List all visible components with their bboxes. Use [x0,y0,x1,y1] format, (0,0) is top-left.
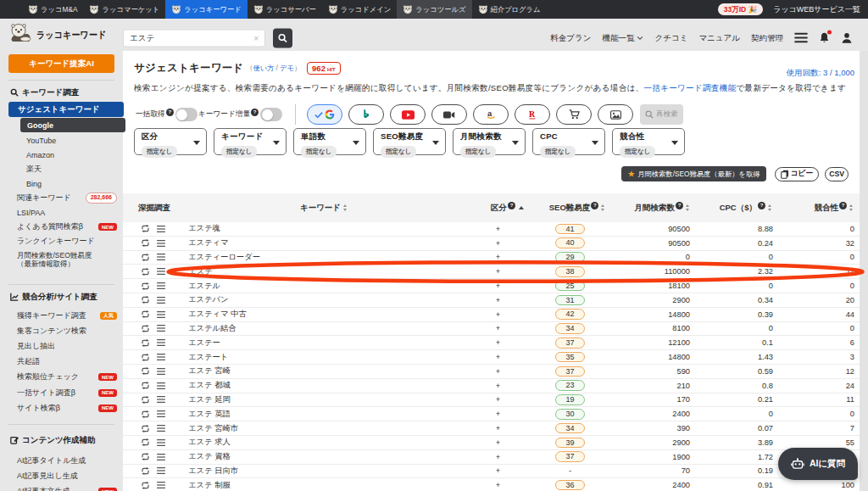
row-kubun[interactable]: + [462,296,534,304]
row-kubun[interactable]: + [462,382,534,390]
sidebar-item-関連キーワード[interactable]: 関連キーワード 282,666 [0,191,123,205]
row-kubun[interactable]: + [462,395,534,404]
list-menu-icon[interactable] [157,240,165,247]
list-menu-icon[interactable] [157,454,165,460]
row-kubun[interactable]: + [462,410,534,418]
engine-video-button[interactable] [431,104,467,125]
service-tab-ラッコキーワード[interactable]: ラッコキーワード [165,0,248,19]
list-menu-icon[interactable] [157,396,165,403]
filter-区分[interactable]: 区分指定なし [134,128,207,155]
row-keyword[interactable]: エステ 延岡 [185,394,462,405]
dig-deeper-icon[interactable] [141,268,150,276]
search-clear-icon[interactable]: × [253,33,264,42]
row-kubun[interactable]: + [462,225,534,233]
engine-image-button[interactable] [598,104,633,125]
row-kubun[interactable]: + [462,253,534,261]
row-keyword[interactable]: エステ 宮崎市 [185,423,462,434]
row-keyword[interactable]: エステー [185,338,462,349]
dig-deeper-icon[interactable] [141,425,150,432]
engine-google-button[interactable] [307,104,342,125]
list-menu-icon[interactable] [157,297,165,304]
nav-features[interactable]: 機能一覧 [602,32,643,43]
engine-youtube-button[interactable] [390,104,426,125]
row-keyword[interactable]: エスティーローダー [185,252,462,263]
bulk-survey-link[interactable]: 一括キーワード調査機能 [643,83,736,92]
dig-deeper-icon[interactable] [141,482,150,489]
keyword-search-input[interactable] [123,29,265,47]
sidebar-item-サジェストキーワード[interactable]: サジェストキーワード [8,102,124,117]
keyword-proposal-ai-button[interactable]: キーワード提案AI [8,54,114,73]
row-keyword[interactable]: エスティマ [185,237,462,248]
sidebar-item-Bing[interactable]: Bing [0,176,123,191]
sidebar-item-Google[interactable]: Google [20,118,125,132]
dig-deeper-icon[interactable] [141,310,150,318]
bulk-fetch-toggle[interactable] [175,108,198,121]
header-comp[interactable]: 競合性? [780,203,855,214]
dig-deeper-icon[interactable] [141,396,150,404]
help-icon[interactable]: ? [251,109,259,116]
sidebar-item-よくある質問検索β[interactable]: よくある質問検索β NEW [0,220,123,234]
row-kubun[interactable]: + [462,353,534,361]
sidebar-item-ランクインキーワード[interactable]: ランクインキーワード [0,234,123,248]
filter-競合性[interactable]: 競合性指定なし [612,128,685,155]
row-kubun[interactable]: + [462,453,534,461]
dig-deeper-icon[interactable] [141,282,150,290]
row-keyword[interactable]: エステ 日向市 [185,466,462,477]
list-menu-icon[interactable] [157,410,165,417]
sidebar-item-共起語[interactable]: 共起語 [0,354,123,370]
ask-ai-button[interactable]: AIに質問 [778,448,858,480]
sidebar-item-獲得キーワード調査[interactable]: 獲得キーワード調査 人気 [0,308,123,323]
dig-deeper-icon[interactable] [141,410,150,418]
demo-link[interactable]: デモ [280,64,294,72]
list-menu-icon[interactable] [157,382,165,389]
row-keyword[interactable]: エステ魂 [185,223,462,234]
services-list-link[interactable]: ラッコWEBサービス一覧 [773,4,860,15]
sidebar-item-YouTube[interactable]: YouTube [0,133,123,148]
search-button[interactable] [273,28,292,47]
filter-月間検索数[interactable]: 月間検索数指定なし [453,128,526,155]
row-keyword[interactable]: エステ 制服 [185,480,462,491]
dig-deeper-icon[interactable] [141,225,150,232]
header-keyword[interactable]: キーワード [185,203,462,214]
nav-manual[interactable]: マニュアル [698,32,740,43]
sidebar-item-LSI/PAA[interactable]: LSI/PAA [0,205,123,220]
menu-button[interactable] [794,33,808,43]
row-kubun[interactable]: + [462,466,534,475]
header-kubun[interactable]: 区分? [462,203,534,214]
dig-deeper-icon[interactable] [141,339,150,347]
sidebar-item-AI記事本文生成[interactable]: AI記事本文生成 NEW [0,484,123,491]
nav-contract[interactable]: 契約管理 [751,32,783,43]
logo[interactable]: ラッコキーワード [0,23,123,47]
row-kubun[interactable]: + [462,324,534,332]
row-kubun[interactable]: + [462,338,534,347]
row-kubun[interactable]: + [462,438,534,447]
dig-deeper-icon[interactable] [141,239,150,247]
service-tab-ラッコツールズ[interactable]: ラッコツールズ [397,0,471,19]
row-keyword[interactable]: エステ 資格 [185,451,462,462]
service-tab-ラッコマーケット[interactable]: ラッコマーケット [83,0,165,19]
nav-pricing[interactable]: 料金プラン [550,32,591,43]
row-keyword[interactable]: エステ 都城 [185,380,462,391]
row-kubun[interactable]: + [462,424,534,432]
list-menu-icon[interactable] [157,226,165,232]
header-monthly[interactable]: 月間検索数? [606,203,693,214]
re-search-button[interactable]: 再検索 [640,104,683,125]
list-menu-icon[interactable] [157,339,165,346]
sidebar-item-一括サイト調査β[interactable]: 一括サイト調査β NEW [0,385,123,400]
row-kubun[interactable]: + [462,481,534,489]
dig-deeper-icon[interactable] [141,296,150,304]
engine-amazon-button[interactable]: a [473,104,509,125]
row-keyword[interactable]: エステ 求人 [185,437,462,448]
filter-CPC[interactable]: CPC指定なし [532,128,605,155]
dig-deeper-icon[interactable] [141,453,150,460]
row-keyword[interactable]: エステ 宮崎 [185,365,462,377]
service-tab-紹介プログラム[interactable]: 紹介プログラム [472,0,547,19]
list-menu-icon[interactable] [157,425,165,432]
filter-SEO難易度[interactable]: SEO難易度指定なし [373,128,446,155]
list-menu-icon[interactable] [157,325,165,332]
row-keyword[interactable]: エステル [185,281,462,292]
keyword-boost-toggle[interactable] [260,108,282,121]
list-menu-icon[interactable] [157,439,165,446]
list-menu-icon[interactable] [157,368,165,375]
sidebar-item-サイト検索β[interactable]: サイト検索β NEW [0,400,123,416]
